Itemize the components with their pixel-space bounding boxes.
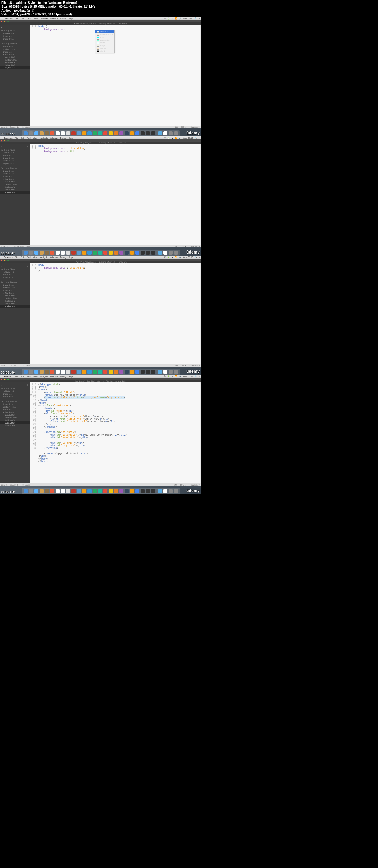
dock-app-icon[interactable]: [61, 131, 65, 135]
menu-item[interactable]: File: [15, 18, 18, 20]
project-file-item[interactable]: HelloWorld: [0, 61, 30, 64]
dock-app-icon[interactable]: [163, 131, 168, 135]
menu-item[interactable]: Find: [27, 375, 31, 377]
project-file-item[interactable]: about.html: [0, 413, 30, 416]
autocomplete-item[interactable]: bisque: [95, 47, 114, 50]
dock-app-icon[interactable]: [66, 251, 70, 255]
menu-item[interactable]: File: [15, 375, 18, 377]
project-file-item[interactable]: about.html: [0, 294, 30, 297]
indent-mode[interactable]: ▾ Spaces: 4: [188, 365, 200, 367]
menu-item[interactable]: Navigate: [40, 18, 48, 20]
menu-item[interactable]: Debug: [60, 137, 66, 139]
language-mode[interactable]: CSS ▾: [181, 365, 186, 367]
working-file-item[interactable]: styles.css: [0, 162, 30, 165]
dock-app-icon[interactable]: [29, 370, 33, 374]
autocomplete-item[interactable]: aliceblue: [95, 30, 114, 33]
dock-app-icon[interactable]: [130, 131, 134, 135]
dock-app-icon[interactable]: [77, 489, 81, 493]
working-file-item[interactable]: index.css: [0, 273, 30, 276]
dock-app-icon[interactable]: [135, 251, 139, 255]
project-file-item[interactable]: contact.html: [0, 405, 30, 408]
dock-app-icon[interactable]: [163, 251, 168, 255]
dock-app-icon[interactable]: [56, 370, 60, 374]
dock-app-icon[interactable]: [24, 131, 28, 135]
dock-app-icon[interactable]: [119, 370, 123, 374]
menu-item[interactable]: Find: [27, 256, 31, 258]
dock-app-icon[interactable]: [29, 489, 33, 493]
menubar-icon[interactable]: 📶: [175, 18, 177, 20]
dock-app-icon[interactable]: [125, 131, 129, 135]
dock-app-icon[interactable]: [109, 489, 113, 493]
working-file-item[interactable]: HelloWorld: [0, 32, 30, 35]
dock-app-icon[interactable]: [45, 489, 49, 493]
dock-app-icon[interactable]: [45, 370, 49, 374]
dock-app-icon[interactable]: [87, 131, 91, 135]
menubar-icon[interactable]: ▲: [171, 256, 173, 258]
menu-item[interactable]: Navigate: [40, 375, 48, 377]
project-file-item[interactable]: contact.html: [0, 416, 30, 419]
dock-app-icon[interactable]: [104, 370, 108, 374]
dock-app-icon[interactable]: [141, 489, 145, 493]
insert-mode[interactable]: INS: [175, 245, 178, 247]
app-name[interactable]: Brackets: [4, 18, 13, 20]
menubar-icon[interactable]: ≡: [199, 375, 200, 377]
menubar-icon[interactable]: ⚙: [164, 256, 166, 258]
menubar-icon[interactable]: 🔋: [167, 18, 170, 20]
maximize-icon[interactable]: ●: [7, 378, 8, 380]
menubar-icon[interactable]: 🔊: [179, 375, 182, 377]
minimize-icon[interactable]: ●: [4, 378, 6, 380]
menubar-icon[interactable]: 📶: [175, 256, 177, 258]
dock-app-icon[interactable]: [82, 131, 86, 135]
project-file-item[interactable]: styles.css: [0, 424, 30, 427]
project-file-item[interactable]: index.css: [0, 51, 30, 53]
menubar-clock[interactable]: Wed 01:13: [183, 137, 193, 139]
autocomplete-item[interactable]: azure: [95, 41, 114, 44]
project-file-item[interactable]: styles.css: [0, 191, 30, 194]
menu-item[interactable]: Help: [68, 137, 72, 139]
dock-app-icon[interactable]: [119, 489, 123, 493]
dock-app-icon[interactable]: [39, 251, 44, 255]
minimize-icon[interactable]: ●: [4, 259, 6, 261]
dock-app-icon[interactable]: [34, 489, 38, 493]
code-content[interactable]: body { background-color: ghostwhite; }: [38, 263, 200, 272]
dock-app-icon[interactable]: [50, 370, 54, 374]
app-name[interactable]: Brackets: [4, 256, 13, 258]
dock-app-icon[interactable]: [50, 489, 54, 493]
project-file-item[interactable]: index.html: [0, 170, 30, 173]
dock-app-icon[interactable]: [125, 251, 129, 255]
menubar-icon[interactable]: 🔋: [167, 375, 170, 377]
project-file-item[interactable]: styles.css: [0, 66, 30, 69]
dock-app-icon[interactable]: [163, 489, 168, 493]
dock-app-icon[interactable]: [135, 370, 139, 374]
working-file-item[interactable]: index.html: [0, 395, 30, 398]
dock-app-icon[interactable]: [71, 370, 76, 374]
dock-app-icon[interactable]: [56, 489, 60, 493]
menubar-clock[interactable]: Wed 01:13: [183, 375, 193, 377]
project-file-item[interactable]: contact.html: [0, 173, 30, 175]
close-icon[interactable]: ●: [1, 378, 2, 380]
working-file-item[interactable]: index.css: [0, 35, 30, 37]
indent-mode[interactable]: ▾ Spaces: 4: [188, 484, 200, 486]
close-icon[interactable]: ●: [1, 140, 2, 142]
dock-app-icon[interactable]: [66, 370, 70, 374]
project-file-item[interactable]: about.html: [0, 56, 30, 58]
project-file-item[interactable]: HelloWorld: [0, 419, 30, 422]
dock-app-icon[interactable]: [169, 370, 173, 374]
menubar-icon[interactable]: ▲: [171, 375, 173, 377]
menu-item[interactable]: Find: [27, 18, 31, 20]
menu-item[interactable]: Help: [68, 375, 72, 377]
dock-app-icon[interactable]: [169, 131, 173, 135]
dock-app-icon[interactable]: [141, 131, 145, 135]
menubar-icon[interactable]: ≡: [199, 137, 200, 139]
menubar-clock[interactable]: Wed 01:13: [183, 18, 193, 20]
dock-app-icon[interactable]: [87, 251, 91, 255]
dock-app-icon[interactable]: [87, 489, 91, 493]
dock-app-icon[interactable]: [61, 489, 65, 493]
minimize-icon[interactable]: ●: [4, 20, 6, 23]
maximize-icon[interactable]: ●: [7, 140, 8, 142]
menubar-icon[interactable]: 📶: [175, 137, 177, 139]
dock-app-icon[interactable]: [24, 251, 28, 255]
dock-app-icon[interactable]: [61, 370, 65, 374]
working-file-item[interactable]: index.html: [0, 157, 30, 159]
spotlight-icon[interactable]: 🔍: [195, 375, 197, 377]
